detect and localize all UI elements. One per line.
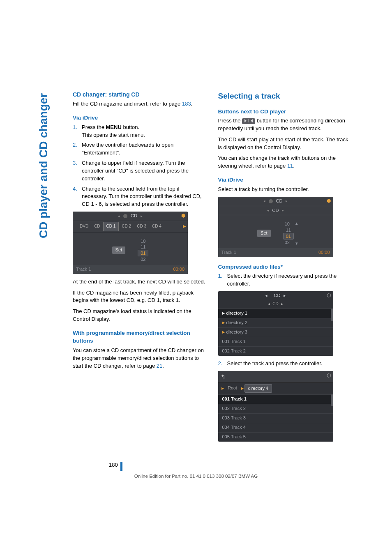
list-item-1: Press the MENU button. This opens the st… [73,124,206,139]
gear-icon: ⬢ [181,212,185,219]
heading-compressed-audio: Compressed audio files* [218,263,351,271]
triangle-icon: ▶ [222,311,225,316]
prev-next-button-icon [242,118,255,124]
cd-tabs: DVD CD CD 1 CD 2 CD 3 CD 4 ▶ [73,221,188,233]
ordered-list-idrive-start: Press the MENU button. This opens the st… [73,124,206,208]
track-row-1: 001 Track 1 [218,394,333,404]
screenshot-select-track: ◂ CD ▸ ⬢ ◂ CD ▸ Set 10▴ 11 01 [218,197,333,257]
nav-left-icon: ◂ [265,292,267,299]
nav-left-icon: ◂ [263,198,265,204]
sub-label-cd: CD [272,207,279,214]
para-store-compartment: You can store a CD compartment of the CD… [73,347,206,370]
track-row-2: 002 Track 2 [218,346,333,356]
tab-cd4: CD 4 [149,222,164,231]
right-column: Selecting a track Buttons next to CD pla… [218,90,351,446]
screenshot-track-list: ↰ ⬡ ▶ Root ▶ directory 4 001 Track 1 002… [218,371,333,442]
scrollbar [331,309,333,321]
heading-via-idrive-1: Via iDrive [73,114,206,122]
page-number-marker [120,462,122,471]
para-end-last-track: At the end of the last track, the next C… [73,278,206,286]
chapter-title-vertical: CD player and CD changer [37,93,50,238]
heading-selecting-track: Selecting a track [218,90,351,102]
set-button: Set [257,230,271,237]
heading-buttons-next-to-cd: Buttons next to CD player [218,108,351,116]
disc-icon [123,214,127,218]
gear-icon: ⬢ [327,198,331,205]
status-track: Track 1 [76,266,91,273]
para-steering-wheel: You can also change the track with butto… [218,154,351,170]
gear-icon: ⬡ [327,372,331,379]
top-label-cd: CD [274,292,281,299]
footer-line: Online Edition for Part no. 01 41 0 013 … [0,474,392,479]
disc-icon [269,199,273,203]
list-item-select-track: Select the track and press the controlle… [218,360,351,368]
crumb-dir4: directory 4 [244,384,272,393]
para-magazine-fill: If the CD magazine has been newly filled… [73,289,206,305]
nav-left-icon: ◂ [268,301,270,307]
status-track: Track 1 [221,249,236,256]
link-11[interactable]: 11 [287,163,293,169]
track-number-wheel: 10▴ 11 01 02▾ [283,221,294,245]
para-cd-start-play: The CD will start play at the start of t… [218,136,351,152]
tabs-more-icon: ▶ [183,223,186,230]
crumb-root: Root [225,384,240,393]
triangle-icon: ▶ [240,386,244,391]
list-item-2: Move the controller backwards to open "E… [73,141,206,157]
para-press-button: Press the button for the corresponding d… [218,117,351,133]
heading-programmable-memory: With programmable memory/direct selectio… [73,329,206,345]
tab-cd2: CD 2 [119,222,134,231]
page-number: 180 [109,462,118,468]
triangle-icon: ▶ [221,386,225,391]
list-item-4: Change to the second field from the top … [73,185,206,209]
nav-left-icon: ◂ [267,208,269,213]
caret-down-icon: ▾ [295,241,298,246]
top-label-cd: CD [131,213,137,219]
left-column: CD changer: starting CD Fill the CD maga… [73,90,206,446]
triangle-icon: ▶ [222,330,225,335]
ordered-list-compressed-2: Select the track and press the controlle… [218,360,351,368]
dir-row-3: ▶directory 3 [218,327,333,337]
dir-row-2: ▶directory 2 [218,318,333,327]
status-time: 00:00 [318,249,330,256]
list-item-3: Change to upper field if necessary. Turn… [73,159,206,183]
tab-cd: CD [91,222,103,231]
heading-cd-changer-start: CD changer: starting CD [73,90,206,99]
back-icon: ↰ [221,373,226,381]
caret-up-icon: ▴ [295,221,298,226]
screenshot-directory-list: ◂ CD ▸ ⬡ ◂ CD ▸ ▶directory 1 ▶directory … [218,291,333,356]
link-183[interactable]: 183 [182,101,191,107]
gear-icon: ⬡ [327,292,331,299]
ordered-list-compressed: Select the directory if necessary and pr… [218,272,351,288]
svg-rect-2 [248,119,249,122]
status-time: 00:00 [173,266,184,273]
tab-cd3: CD 3 [134,222,149,231]
track-row-4: 004 Track 4 [218,423,333,432]
nav-right-icon: ▸ [141,214,143,219]
link-21[interactable]: 21 [157,363,162,369]
triangle-icon: ▶ [222,320,225,325]
track-row-3: 003 Track 3 [218,413,333,423]
nav-right-icon: ▸ [286,198,288,204]
sub-label-cd: CD [272,301,278,307]
screenshot-cd-changer-select: ◂ CD ▸ ⬢ DVD CD CD 1 CD 2 CD 3 CD 4 ▶ Se… [73,212,188,274]
para-load-status: The CD magazine's load status is indicat… [73,308,206,323]
track-row-1: 001 Track 1 [218,337,333,346]
heading-via-idrive-2: Via iDrive [218,176,351,184]
dir-row-1: ▶directory 1 [218,309,333,318]
nav-right-icon: ▸ [282,208,284,213]
nav-right-icon: ▸ [284,292,286,299]
track-number-wheel: 10 11 01 02 [138,238,148,263]
nav-right-icon: ▸ [281,301,283,307]
list-item-select-directory: Select the directory if necessary and pr… [218,272,351,288]
breadcrumb: ▶ Root ▶ directory 4 [218,382,333,394]
para-fill-magazine: Fill the CD magazine and insert, refer t… [73,100,206,108]
scrollbar [331,394,333,406]
para-select-turn: Select a track by turning the controller… [218,186,351,193]
tab-cd1: CD 1 [103,222,119,231]
top-label-cd: CD [276,198,283,205]
set-button: Set [112,246,126,254]
tab-dvd: DVD [77,222,91,231]
track-row-5: 005 Track 5 [218,432,333,442]
nav-left-icon: ◂ [118,214,120,219]
track-row-2: 002 Track 2 [218,404,333,413]
